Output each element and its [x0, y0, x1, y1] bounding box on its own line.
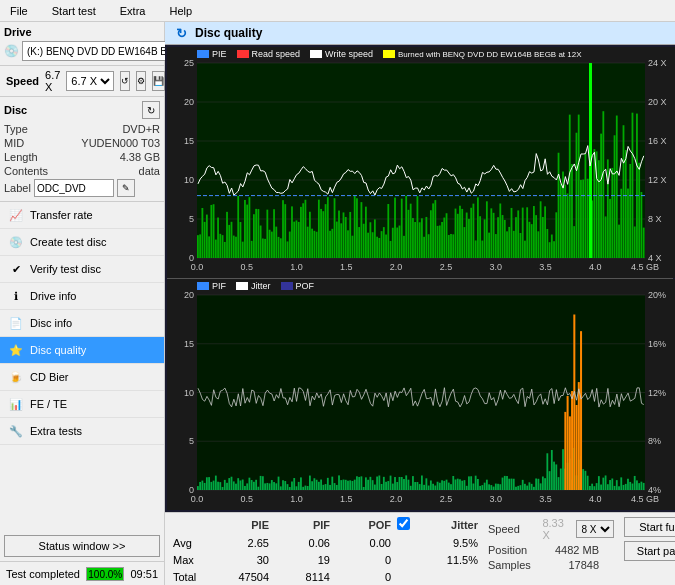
- create-test-disc-icon: 💿: [8, 234, 24, 250]
- sidebar-label-verify-test-disc: Verify test disc: [30, 263, 101, 275]
- sidebar-item-verify-test-disc[interactable]: ✔ Verify test disc: [0, 256, 164, 283]
- menu-file[interactable]: File: [4, 3, 34, 19]
- jitter-checkbox[interactable]: [397, 517, 417, 535]
- legend-read-speed: Read speed: [237, 49, 301, 59]
- jitter-check-input[interactable]: [397, 517, 410, 530]
- stats-total-pof: 0: [336, 569, 391, 585]
- stats-header-jitter: Jitter: [423, 517, 478, 535]
- legend-write-speed-color: [310, 50, 322, 58]
- legend-pie-color: [197, 50, 209, 58]
- stats-max-jitter: 11.5%: [423, 552, 478, 569]
- legend-pif-color: [197, 282, 209, 290]
- stats-total-pie: 47504: [214, 569, 269, 585]
- right-stat-speed-select[interactable]: 8 X: [576, 520, 614, 538]
- charts-area: PIE Read speed Write speed Burned w: [165, 45, 675, 512]
- legend-pie: PIE: [197, 49, 227, 59]
- speed-select[interactable]: 6.7 X 8 X 12 X Max: [66, 71, 114, 91]
- stats-header-pof: POF: [336, 517, 391, 535]
- legend-pif: PIF: [197, 281, 226, 291]
- drive-label: Drive: [4, 26, 160, 38]
- stats-max-row: Max 30 19 0 11.5%: [173, 552, 478, 569]
- disc-label-input[interactable]: [34, 179, 114, 197]
- disc-info-icon: 📄: [8, 315, 24, 331]
- menu-bar: File Start test Extra Help: [0, 0, 675, 22]
- stats-avg-pof: 0.00: [336, 535, 391, 552]
- stats-max-pof: 0: [336, 552, 391, 569]
- stats-header-pif: PIF: [275, 517, 330, 535]
- start-part-button[interactable]: Start part: [624, 541, 675, 561]
- disc-contents-label: Contents: [4, 165, 48, 177]
- sidebar-label-drive-info: Drive info: [30, 290, 76, 302]
- disc-mid-row: MID YUDEN000 T03: [4, 137, 160, 149]
- sidebar-label-disc-info: Disc info: [30, 317, 72, 329]
- nav-items: 📈 Transfer rate 💿 Create test disc ✔ Ver…: [0, 202, 164, 531]
- disc-label: Disc: [4, 104, 27, 116]
- status-bar: Test completed 100.0% 09:51: [0, 561, 164, 585]
- disc-mid-label: MID: [4, 137, 24, 149]
- status-time: 09:51: [130, 568, 158, 580]
- sidebar-item-cd-bier[interactable]: 🍺 CD Bier: [0, 364, 164, 391]
- menu-extra[interactable]: Extra: [114, 3, 152, 19]
- status-text: Test completed: [6, 568, 80, 580]
- disc-mid-value: YUDEN000 T03: [81, 137, 160, 149]
- speed-save-button[interactable]: 💾: [152, 71, 165, 91]
- disc-label-row: Label ✎: [4, 179, 160, 197]
- speed-value: 6.7 X: [45, 69, 60, 93]
- sidebar-item-create-test-disc[interactable]: 💿 Create test disc: [0, 229, 164, 256]
- disc-header: Disc ↻: [4, 101, 160, 119]
- chart-bottom-legend: PIF Jitter POF: [197, 281, 314, 291]
- speed-config-button[interactable]: ⚙: [136, 71, 146, 91]
- chart-bottom-canvas: [167, 279, 675, 510]
- legend-pif-label: PIF: [212, 281, 226, 291]
- legend-burned-label: Burned with BENQ DVD DD EW164B BEGB at 1…: [398, 50, 582, 59]
- legend-write-speed-label: Write speed: [325, 49, 373, 59]
- legend-pie-label: PIE: [212, 49, 227, 59]
- disc-type-row: Type DVD+R: [4, 123, 160, 135]
- stats-avg-pie: 2.65: [214, 535, 269, 552]
- legend-pof: POF: [281, 281, 315, 291]
- sidebar-label-create-test-disc: Create test disc: [30, 236, 106, 248]
- legend-burned-color: [383, 50, 395, 58]
- stats-max-pif: 19: [275, 552, 330, 569]
- disc-type-value: DVD+R: [122, 123, 160, 135]
- stats-total-label: Total: [173, 569, 208, 585]
- sidebar-label-transfer-rate: Transfer rate: [30, 209, 93, 221]
- disc-length-label: Length: [4, 151, 38, 163]
- stats-max-label: Max: [173, 552, 208, 569]
- stats-total-row: Total 47504 8114 0: [173, 569, 478, 585]
- disc-contents-row: Contents data: [4, 165, 160, 177]
- sidebar-item-disc-info[interactable]: 📄 Disc info: [0, 310, 164, 337]
- sidebar-item-transfer-rate[interactable]: 📈 Transfer rate: [0, 202, 164, 229]
- stats-max-pie: 30: [214, 552, 269, 569]
- stats-header-row: PIE PIF POF Jitter: [173, 517, 478, 535]
- disc-contents-value: data: [139, 165, 160, 177]
- drive-section: Drive 💿 (K:) BENQ DVD DD EW164B BEGB ▲: [0, 22, 164, 66]
- legend-jitter-color: [236, 282, 248, 290]
- menu-help[interactable]: Help: [163, 3, 198, 19]
- chart-top: PIE Read speed Write speed Burned w: [167, 47, 673, 279]
- stats-header-empty: [173, 517, 208, 535]
- stats-avg-label: Avg: [173, 535, 208, 552]
- legend-jitter: Jitter: [236, 281, 271, 291]
- panel-title-bar: ↻ Disc quality: [165, 22, 675, 45]
- fe-te-icon: 📊: [8, 396, 24, 412]
- disc-quality-panel: ↻ Disc quality PIE Read speed: [165, 22, 675, 585]
- speed-reset-button[interactable]: ↺: [120, 71, 130, 91]
- menu-start-test[interactable]: Start test: [46, 3, 102, 19]
- disc-refresh-button[interactable]: ↻: [142, 101, 160, 119]
- disc-type-label: Type: [4, 123, 28, 135]
- sidebar-item-drive-info[interactable]: ℹ Drive info: [0, 283, 164, 310]
- panel-refresh-icon[interactable]: ↻: [173, 25, 189, 41]
- sidebar-item-extra-tests[interactable]: 🔧 Extra tests: [0, 418, 164, 445]
- start-full-button[interactable]: Start full: [624, 517, 675, 537]
- sidebar-item-fe-te[interactable]: 📊 FE / TE: [0, 391, 164, 418]
- transfer-rate-icon: 📈: [8, 207, 24, 223]
- speed-row: Speed 6.7 X 6.7 X 8 X 12 X Max ↺ ⚙ 💾: [0, 66, 164, 97]
- status-window-button[interactable]: Status window >>: [4, 535, 160, 557]
- disc-length-value: 4.38 GB: [120, 151, 160, 163]
- main-layout: Drive 💿 (K:) BENQ DVD DD EW164B BEGB ▲ S…: [0, 22, 675, 585]
- legend-pof-label: POF: [296, 281, 315, 291]
- sidebar-item-disc-quality[interactable]: ⭐ Disc quality: [0, 337, 164, 364]
- legend-burned: Burned with BENQ DVD DD EW164B BEGB at 1…: [383, 49, 582, 59]
- disc-label-button[interactable]: ✎: [117, 179, 135, 197]
